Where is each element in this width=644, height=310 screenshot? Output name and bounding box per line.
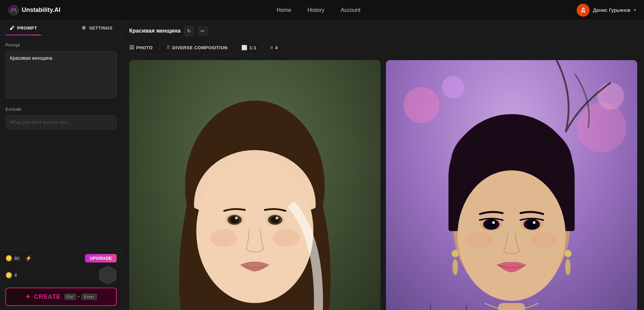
content-header: Красивая женщина ↻ ↩	[129, 26, 637, 36]
undo-icon: ↩	[201, 28, 205, 34]
image-card-2[interactable]	[386, 60, 637, 310]
image-count-icon: 🪙	[5, 272, 12, 278]
navbar: Unstability.AI Home History Account Д Де…	[0, 0, 644, 20]
refresh-icon: ↻	[187, 28, 191, 34]
svg-point-49	[565, 259, 571, 275]
svg-point-38	[486, 220, 496, 229]
filter-ratio[interactable]: ⬜ 1:1	[241, 45, 256, 50]
portrait-image-1	[129, 60, 380, 310]
credits-lightning: ⚡	[25, 255, 32, 261]
portrait-image-2	[386, 60, 637, 310]
filter-row: 🖼 PHOTO ⠿ DIVERSE COMPOSITION ⬜ 1:1 # 4	[129, 41, 637, 55]
content-area: Красивая женщина ↻ ↩ 🖼 PHOTO ⠿ DIVERSE C…	[122, 20, 644, 310]
svg-point-11	[235, 217, 238, 219]
nav-home[interactable]: Home	[270, 4, 298, 16]
sidebar-content: Prompt Красивая женщина Exclude	[0, 36, 122, 250]
credits-coins: 🪙 80	[5, 255, 20, 261]
sparkles-icon: ✦	[25, 293, 31, 300]
filter-divider-1	[159, 44, 160, 51]
svg-point-19	[403, 87, 439, 123]
svg-point-21	[597, 83, 624, 110]
back-button[interactable]: ↩	[198, 26, 208, 36]
nav-history[interactable]: History	[301, 4, 331, 16]
logo-icon	[8, 5, 19, 16]
refresh-button[interactable]: ↻	[184, 26, 194, 36]
prompt-label: Prompt	[5, 42, 117, 48]
create-button[interactable]: ✦ CREATE Ctrl + Enter	[5, 288, 117, 306]
svg-point-48	[564, 250, 572, 257]
user-menu[interactable]: Д Денис Гурьянов ▾	[577, 4, 636, 17]
nav-links: Home History Account	[270, 4, 367, 16]
svg-marker-1	[100, 266, 116, 284]
brush-icon: 🖌	[10, 25, 15, 31]
images-row: 🪙 4	[5, 265, 117, 285]
nav-account[interactable]: Account	[334, 4, 367, 16]
svg-point-46	[452, 250, 459, 257]
sidebar-tabs: 🖌 PROMPT ⚙ SETTINGS	[0, 20, 122, 36]
svg-point-17	[273, 229, 300, 247]
filter-composition[interactable]: ⠿ DIVERSE COMPOSITION	[167, 45, 227, 50]
coin-icon: 🪙	[5, 255, 12, 261]
hash-icon: #	[270, 45, 273, 50]
filter-photo[interactable]: 🖼 PHOTO	[129, 45, 153, 50]
svg-point-42	[527, 220, 537, 229]
filter-count[interactable]: # 4	[270, 45, 278, 50]
svg-point-45	[531, 232, 557, 248]
svg-point-44	[467, 232, 492, 248]
ctrl-key: Ctrl	[64, 294, 76, 300]
main-layout: 🖌 PROMPT ⚙ SETTINGS Prompt Красивая женщ…	[0, 20, 644, 310]
content-title: Красивая женщина	[129, 28, 181, 34]
tab-prompt[interactable]: 🖌 PROMPT	[5, 20, 41, 35]
svg-point-39	[492, 221, 495, 224]
svg-point-20	[577, 103, 627, 152]
svg-point-14	[271, 216, 280, 223]
svg-point-7	[196, 159, 313, 303]
gear-icon: ⚙	[82, 25, 86, 31]
ratio-icon: ⬜	[241, 45, 248, 50]
lightning-icon: ⚡	[25, 255, 32, 261]
create-shortcut: Ctrl + Enter	[64, 294, 97, 300]
chevron-down-icon: ▾	[634, 8, 636, 13]
hex-shape	[99, 265, 117, 285]
svg-point-10	[230, 216, 239, 223]
credits-row: 🪙 80 ⚡ UPGRADE	[5, 254, 117, 262]
avatar: Д	[577, 4, 590, 17]
svg-point-47	[453, 259, 458, 275]
svg-point-15	[275, 217, 278, 219]
photo-icon: 🖼	[129, 45, 134, 50]
svg-point-43	[533, 221, 536, 224]
logo-text: Unstability.AI	[22, 6, 61, 14]
svg-point-16	[210, 229, 237, 247]
tab-settings[interactable]: ⚙ SETTINGS	[78, 20, 117, 35]
svg-point-22	[442, 76, 464, 98]
exclude-label: Exclude	[5, 107, 117, 112]
filter-divider-2	[234, 44, 235, 51]
prompt-textarea[interactable]: Красивая женщина	[5, 51, 117, 98]
user-name: Денис Гурьянов	[593, 7, 630, 13]
sidebar-bottom: 🪙 80 ⚡ UPGRADE 🪙 4 ✦	[0, 250, 122, 310]
enter-key: Enter	[82, 294, 97, 300]
exclude-input[interactable]	[5, 115, 117, 129]
upgrade-button[interactable]: UPGRADE	[85, 254, 117, 262]
composition-icon: ⠿	[167, 45, 170, 50]
images-grid	[129, 60, 637, 310]
sidebar: 🖌 PROMPT ⚙ SETTINGS Prompt Красивая женщ…	[0, 20, 122, 310]
image-card-1[interactable]	[129, 60, 380, 310]
logo-link[interactable]: Unstability.AI	[8, 5, 61, 16]
filter-divider-3	[263, 44, 264, 51]
